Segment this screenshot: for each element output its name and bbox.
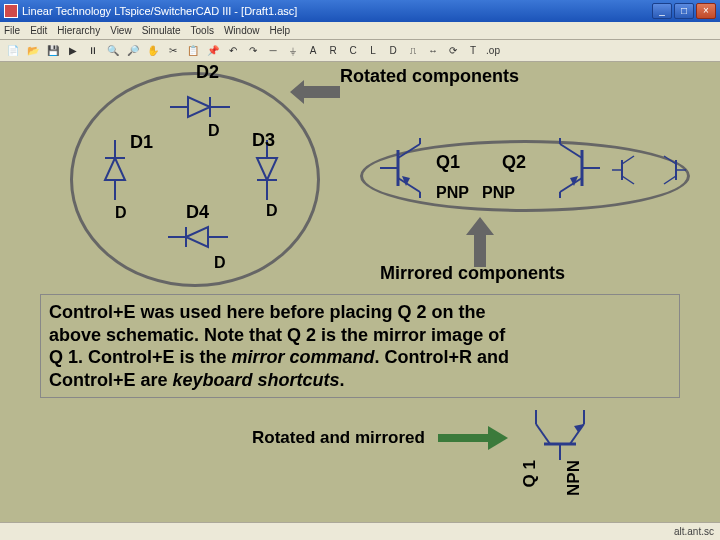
minimize-button[interactable]: _ <box>652 3 672 19</box>
svg-marker-16 <box>186 227 208 247</box>
svg-line-27 <box>560 144 582 158</box>
tool-move-icon[interactable]: ↔ <box>424 42 442 60</box>
arrow-rotated-icon <box>290 80 340 108</box>
tool-run-icon[interactable]: ▶ <box>64 42 82 60</box>
label-d4-name: D4 <box>186 202 209 223</box>
menu-tools[interactable]: Tools <box>191 25 214 36</box>
tool-zoom-icon[interactable]: 🔍 <box>104 42 122 60</box>
label-q1b-type: NPN <box>564 460 584 496</box>
tool-open-icon[interactable]: 📂 <box>24 42 42 60</box>
component-edge-left[interactable] <box>612 152 642 188</box>
label-q1-name: Q1 <box>436 152 460 173</box>
tool-comp-icon[interactable]: ⎍ <box>404 42 422 60</box>
svg-line-21 <box>398 178 420 192</box>
tool-cut-icon[interactable]: ✂ <box>164 42 182 60</box>
tool-diode-icon[interactable]: D <box>384 42 402 60</box>
label-q2-type: PNP <box>482 184 515 202</box>
menu-window[interactable]: Window <box>224 25 260 36</box>
textline3c: . Control+R and <box>375 347 510 367</box>
tool-save-icon[interactable]: 💾 <box>44 42 62 60</box>
menu-edit[interactable]: Edit <box>30 25 47 36</box>
tool-zoomout-icon[interactable]: 🔎 <box>124 42 142 60</box>
tool-stop-icon[interactable]: ⏸ <box>84 42 102 60</box>
svg-marker-3 <box>188 97 210 117</box>
label-rotated-components: Rotated components <box>340 66 519 87</box>
tool-cap-icon[interactable]: C <box>344 42 362 60</box>
svg-marker-1 <box>466 217 494 267</box>
arrow-rotmir-icon <box>438 426 508 454</box>
svg-line-44 <box>536 424 550 444</box>
tool-spice-icon[interactable]: .op <box>484 42 502 60</box>
tool-wire-icon[interactable]: ─ <box>264 42 282 60</box>
menu-help[interactable]: Help <box>270 25 291 36</box>
status-bar: alt.ant.sc <box>0 522 720 540</box>
svg-rect-40 <box>438 434 488 442</box>
svg-line-35 <box>622 176 634 184</box>
svg-line-28 <box>560 178 582 192</box>
textline4c: . <box>340 370 345 390</box>
svg-line-20 <box>398 144 420 158</box>
tool-rotate-icon[interactable]: ⟳ <box>444 42 462 60</box>
component-q2[interactable] <box>550 138 600 198</box>
svg-marker-0 <box>290 80 340 104</box>
tool-ind-icon[interactable]: L <box>364 42 382 60</box>
tool-new-icon[interactable]: 📄 <box>4 42 22 60</box>
textline4a: Control+E are <box>49 370 173 390</box>
tool-redo-icon[interactable]: ↷ <box>244 42 262 60</box>
label-q2-name: Q2 <box>502 152 526 173</box>
label-q1b-name: Q 1 <box>520 460 540 487</box>
label-d4-type: D <box>214 254 226 272</box>
component-d1[interactable] <box>100 140 130 200</box>
textline4b: keyboard shortcuts <box>173 370 340 390</box>
component-q1[interactable] <box>380 138 430 198</box>
status-text: alt.ant.sc <box>674 526 714 537</box>
tool-copy-icon[interactable]: 📋 <box>184 42 202 60</box>
tool-pan-icon[interactable]: ✋ <box>144 42 162 60</box>
textline3b: mirror command <box>232 347 375 367</box>
tool-gnd-icon[interactable]: ⏚ <box>284 42 302 60</box>
textline3a: Q 1. Control+E is the <box>49 347 232 367</box>
arrow-mirrored-icon <box>466 217 496 271</box>
toolbar[interactable]: 📄 📂 💾 ▶ ⏸ 🔍 🔎 ✋ ✂ 📋 📌 ↶ ↷ ─ ⏚ A R C L D … <box>0 40 720 62</box>
tool-label-icon[interactable]: A <box>304 42 322 60</box>
textline1: Control+E was used here before placing Q… <box>49 302 486 322</box>
app-window: Linear Technology LTspice/SwitcherCAD II… <box>0 0 720 540</box>
label-d3-name: D3 <box>252 130 275 151</box>
window-controls: _ □ × <box>652 3 716 19</box>
svg-marker-41 <box>488 426 508 450</box>
app-icon <box>4 4 18 18</box>
close-button[interactable]: × <box>696 3 716 19</box>
tool-paste-icon[interactable]: 📌 <box>204 42 222 60</box>
menu-bar[interactable]: File Edit Hierarchy View Simulate Tools … <box>0 22 720 40</box>
canvas-content: Rotated components Mirrored components D… <box>0 62 720 522</box>
component-d2[interactable] <box>170 92 230 122</box>
svg-line-34 <box>622 156 634 164</box>
svg-line-39 <box>664 176 676 184</box>
tool-undo-icon[interactable]: ↶ <box>224 42 242 60</box>
tool-text-icon[interactable]: T <box>464 42 482 60</box>
schematic-canvas[interactable]: Rotated components Mirrored components D… <box>0 62 720 522</box>
menu-view[interactable]: View <box>110 25 132 36</box>
label-q1-type: PNP <box>436 184 469 202</box>
label-d1-name: D1 <box>130 132 153 153</box>
component-d4[interactable] <box>168 222 228 252</box>
label-d1-type: D <box>115 204 127 222</box>
textline2: above schematic. Note that Q 2 is the mi… <box>49 325 505 345</box>
component-q1-bottom[interactable] <box>530 410 590 460</box>
tool-res-icon[interactable]: R <box>324 42 342 60</box>
label-d3-type: D <box>266 202 278 220</box>
component-edge-right[interactable] <box>656 152 686 188</box>
label-d2-type: D <box>208 122 220 140</box>
window-title: Linear Technology LTspice/SwitcherCAD II… <box>22 5 652 17</box>
menu-file[interactable]: File <box>4 25 20 36</box>
label-rotated-and-mirrored: Rotated and mirrored <box>252 428 425 448</box>
menu-simulate[interactable]: Simulate <box>142 25 181 36</box>
svg-marker-7 <box>105 158 125 180</box>
title-bar[interactable]: Linear Technology LTspice/SwitcherCAD II… <box>0 0 720 22</box>
label-d2-name: D2 <box>196 62 219 83</box>
svg-line-38 <box>664 156 676 164</box>
maximize-button[interactable]: □ <box>674 3 694 19</box>
instruction-text: Control+E was used here before placing Q… <box>40 294 680 398</box>
svg-marker-11 <box>257 158 277 180</box>
menu-hierarchy[interactable]: Hierarchy <box>57 25 100 36</box>
